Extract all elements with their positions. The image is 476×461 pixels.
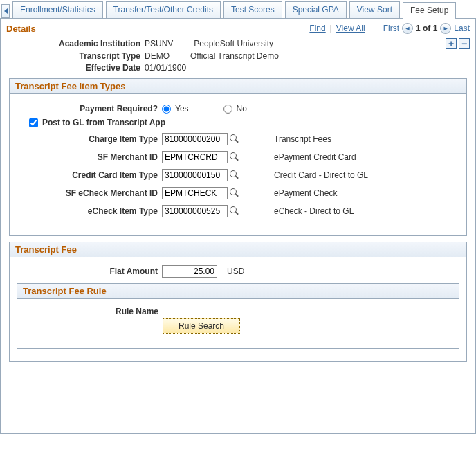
tab-special-gpa[interactable]: Special GPA — [285, 1, 347, 18]
echeck-item-type-label: eCheck Item Type — [17, 206, 162, 216]
credit-card-item-type-lookup-icon[interactable] — [230, 170, 239, 180]
academic-institution-row: Academic Institution PSUNV PeopleSoft Un… — [6, 38, 470, 49]
rule-search-button[interactable]: Rule Search — [163, 318, 240, 334]
effective-date-row: Effective Date 01/01/1900 — [6, 63, 470, 73]
credit-card-item-type-desc: Credit Card - Direct to GL — [274, 170, 368, 180]
add-row-button[interactable]: + — [446, 38, 457, 49]
last-label: Last — [454, 24, 470, 33]
tab-view-sort[interactable]: View Sort — [349, 1, 400, 18]
sf-echeck-merchant-id-label: SF eCheck Merchant ID — [17, 188, 162, 198]
transcript-fee-item-types-section: Transcript Fee Item Types Payment Requir… — [9, 78, 467, 236]
charge-item-type-label: Charge Item Type — [17, 134, 162, 144]
view-all-link[interactable]: View All — [336, 24, 365, 33]
transcript-fee-rule-section: Transcript Fee Rule Rule Name Rule Searc… — [17, 283, 459, 349]
payment-required-no-option[interactable]: No — [223, 104, 247, 114]
tab-fee-setup[interactable]: Fee Setup — [403, 2, 456, 19]
charge-item-type-row: Charge Item Type Transcript Fees — [17, 133, 459, 145]
payment-required-label: Payment Required? — [17, 104, 162, 114]
no-label: No — [237, 104, 247, 114]
payment-required-yes-option[interactable]: Yes — [162, 104, 189, 114]
echeck-item-type-input[interactable] — [162, 205, 228, 217]
sf-merchant-id-input[interactable] — [162, 151, 228, 163]
details-title: Details — [6, 24, 36, 34]
row-position: 1 of 1 — [416, 24, 437, 33]
credit-card-item-type-input[interactable] — [162, 169, 228, 181]
post-to-gl-label: Post to GL from Transcript App — [42, 118, 165, 127]
echeck-item-type-row: eCheck Item Type eCheck - Direct to GL — [17, 205, 459, 217]
academic-institution-code: PSUNV — [145, 39, 173, 48]
tab-test-scores[interactable]: Test Scores — [223, 1, 282, 18]
payment-required-row: Payment Required? Yes No — [17, 104, 459, 114]
find-link[interactable]: Find — [309, 24, 325, 33]
transcript-fee-section: Transcript Fee Flat Amount USD Transcrip… — [9, 242, 467, 362]
rule-name-label: Rule Name — [24, 307, 163, 316]
sf-merchant-id-label: SF Merchant ID — [17, 152, 162, 162]
tab-enrollment-statistics[interactable]: Enrollment/Statistics — [12, 1, 103, 18]
transcript-type-desc: Official Transcript Demo — [190, 51, 279, 61]
sf-echeck-merchant-id-desc: ePayment Check — [274, 188, 337, 198]
post-to-gl-row: Post to GL from Transcript App — [29, 118, 459, 127]
prev-button[interactable]: ◄ — [402, 23, 413, 34]
payment-required-yes-radio[interactable] — [162, 105, 171, 114]
credit-card-item-type-row: Credit Card Item Type Credit Card - Dire… — [17, 169, 459, 181]
credit-card-item-type-label: Credit Card Item Type — [17, 170, 162, 180]
rule-name-row: Rule Name — [24, 307, 452, 316]
transcript-fee-title: Transcript Fee — [10, 242, 466, 257]
rule-search-row: Rule Search — [163, 318, 452, 334]
tab-transfer-test-other-credits[interactable]: Transfer/Test/Other Credits — [106, 1, 221, 18]
details-toolbar: Details Find | View All First ◄ 1 of 1 ►… — [6, 23, 470, 34]
sf-echeck-merchant-id-row: SF eCheck Merchant ID ePayment Check — [17, 187, 459, 199]
separator: | — [329, 24, 333, 33]
flat-amount-currency: USD — [227, 266, 244, 276]
tab-scroll-left-icon[interactable] — [1, 4, 10, 18]
flat-amount-label: Flat Amount — [17, 266, 162, 276]
academic-institution-label: Academic Institution — [6, 39, 145, 48]
transcript-type-label: Transcript Type — [6, 51, 145, 61]
flat-amount-input[interactable] — [162, 265, 217, 278]
charge-item-type-desc: Transcript Fees — [274, 134, 331, 144]
sf-merchant-id-desc: ePayment Credit Card — [274, 152, 356, 162]
sf-echeck-merchant-id-input[interactable] — [162, 187, 228, 199]
charge-item-type-input[interactable] — [162, 133, 228, 145]
tab-row: Enrollment/Statistics Transfer/Test/Othe… — [0, 0, 476, 19]
sf-merchant-id-row: SF Merchant ID ePayment Credit Card — [17, 151, 459, 163]
flat-amount-row: Flat Amount USD — [17, 265, 459, 278]
transcript-type-code: DEMO — [145, 51, 170, 61]
transcript-fee-item-types-title: Transcript Fee Item Types — [10, 79, 466, 94]
sf-echeck-merchant-id-lookup-icon[interactable] — [230, 188, 239, 198]
first-label: First — [383, 24, 399, 33]
echeck-item-type-lookup-icon[interactable] — [230, 206, 239, 216]
next-button[interactable]: ► — [440, 23, 451, 34]
sf-merchant-id-lookup-icon[interactable] — [230, 152, 239, 162]
post-to-gl-checkbox[interactable] — [29, 118, 38, 127]
transcript-type-row: Transcript Type DEMO Official Transcript… — [6, 51, 470, 61]
effective-date-label: Effective Date — [6, 63, 145, 73]
charge-item-type-lookup-icon[interactable] — [230, 134, 239, 144]
yes-label: Yes — [175, 104, 189, 114]
echeck-item-type-desc: eCheck - Direct to GL — [274, 206, 354, 216]
delete-row-button[interactable]: − — [459, 38, 470, 49]
transcript-fee-rule-title: Transcript Fee Rule — [17, 284, 459, 299]
page-body: Details Find | View All First ◄ 1 of 1 ►… — [0, 19, 476, 434]
academic-institution-desc: PeopleSoft University — [194, 39, 273, 48]
effective-date-value: 01/01/1900 — [145, 63, 186, 73]
payment-required-no-radio[interactable] — [223, 105, 232, 114]
